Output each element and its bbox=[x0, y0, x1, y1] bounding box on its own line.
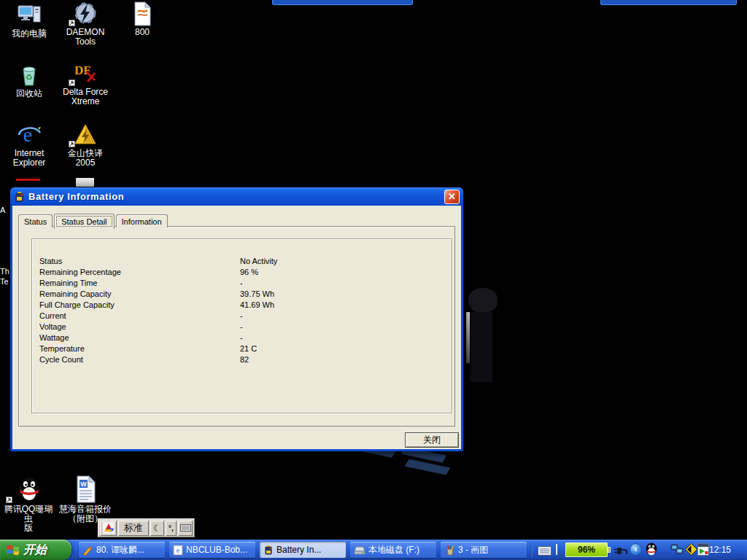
tray-separator bbox=[556, 544, 557, 555]
info-value: No Activity bbox=[240, 257, 446, 268]
info-label: Voltage bbox=[39, 322, 240, 333]
desktop-icon-qq[interactable]: 腾讯QQ珊瑚虫 版 bbox=[0, 475, 57, 533]
info-value: - bbox=[240, 333, 446, 344]
windows-logo-icon bbox=[6, 543, 20, 557]
shortcut-arrow-icon bbox=[69, 20, 75, 26]
recycle-bin-icon: ♻ bbox=[1, 63, 58, 88]
keyboard-icon bbox=[538, 546, 551, 556]
start-button[interactable]: 开始 bbox=[0, 540, 71, 560]
ac-plug-icon[interactable] bbox=[614, 545, 627, 559]
dialog-body: Status Status Detail Information StatusN… bbox=[12, 206, 461, 449]
desktop-icon-daemon-tools[interactable]: DAEMON Tools bbox=[57, 1, 114, 47]
tab-status[interactable]: Status bbox=[18, 214, 53, 228]
offscreen-window-edge[interactable] bbox=[600, 0, 737, 5]
taskbar-item-label: 3 - 画图 bbox=[458, 544, 488, 556]
info-value: 21 C bbox=[240, 344, 446, 355]
ime-mode-button[interactable]: 标准 bbox=[118, 521, 149, 536]
wallpaper-shape bbox=[471, 312, 492, 382]
network-tray-icon[interactable] bbox=[670, 544, 684, 558]
ime-fullwidth-button[interactable]: ☾ bbox=[150, 521, 164, 536]
internet-explorer-icon: e bbox=[1, 122, 58, 147]
desktop-icon-label: 金山快译 2005 bbox=[57, 149, 114, 168]
taskbar-item-music[interactable]: 80. 谭咏麟... bbox=[79, 542, 165, 558]
delta-force-icon: DF bbox=[57, 61, 114, 86]
keyboard-icon bbox=[180, 524, 191, 532]
info-label: Remaining Capacity bbox=[39, 289, 240, 300]
wallpaper-shape bbox=[466, 312, 470, 363]
info-label: Status bbox=[39, 257, 240, 268]
info-label: Remaining Percentage bbox=[39, 268, 240, 279]
info-row: Full Charge Capacity41.69 Wh bbox=[39, 300, 446, 311]
dialog-title: Battery Information bbox=[28, 191, 124, 202]
diamond-tool-tray-icon[interactable] bbox=[685, 543, 697, 559]
tab-panel: StatusNo Activity Remaining Percentage96… bbox=[18, 226, 455, 427]
clipped-icon-label: Th bbox=[0, 267, 9, 276]
ie-page-icon: e bbox=[173, 545, 183, 556]
ime-keyboard-button[interactable] bbox=[178, 521, 193, 536]
info-row: Current- bbox=[39, 311, 446, 322]
desktop: A Th Te 我的电脑 bbox=[0, 0, 747, 560]
shortcut-arrow-icon bbox=[6, 497, 12, 503]
status-detail-groupbox: StatusNo Activity Remaining Percentage96… bbox=[31, 238, 452, 413]
close-button[interactable]: ✕ bbox=[444, 190, 460, 204]
dialog-titlebar[interactable]: Battery Information ✕ bbox=[10, 187, 463, 206]
tab-status-detail[interactable]: Status Detail bbox=[54, 214, 114, 229]
info-value: - bbox=[240, 322, 446, 333]
shortcut-arrow-icon bbox=[69, 141, 75, 147]
tab-strip: Status Status Detail Information bbox=[18, 212, 169, 228]
info-row: Remaining Percentage96 % bbox=[39, 268, 446, 279]
info-label: Temperature bbox=[39, 344, 240, 355]
info-value: - bbox=[240, 311, 446, 322]
paint-icon bbox=[444, 545, 455, 556]
desktop-icon-my-computer[interactable]: 我的电脑 bbox=[1, 3, 58, 39]
info-row: Cycle Count82 bbox=[39, 355, 446, 366]
taskbar-item-label: NBCLUB-Bob... bbox=[186, 545, 247, 555]
desktop-icon-delta-force-xtreme[interactable]: DF Delta Force Xtreme bbox=[57, 61, 114, 106]
svg-text:W: W bbox=[80, 481, 87, 488]
battery-information-dialog: Battery Information ✕ Status Status Deta… bbox=[10, 187, 463, 451]
desktop-icon-800[interactable]: 800 bbox=[114, 1, 171, 37]
desktop-icon-word-doc[interactable]: W 慧海音箱报价 （附图） bbox=[57, 475, 114, 524]
ime-logo-button[interactable] bbox=[100, 521, 117, 536]
document-icon bbox=[114, 1, 171, 26]
taskbar-item-battery-info[interactable]: Battery In... bbox=[260, 542, 346, 558]
collapse-chevron-icon[interactable]: ‹ bbox=[630, 543, 642, 556]
info-label: Current bbox=[39, 311, 240, 322]
battery-indicator[interactable]: 96% bbox=[565, 542, 608, 557]
info-row: Wattage- bbox=[39, 333, 446, 344]
taskbar-item-ie[interactable]: e NBCLUB-Bob... bbox=[169, 542, 255, 558]
close-icon: ✕ bbox=[448, 191, 456, 202]
taskbar-item-local-disk-f[interactable]: 本地磁盘 (F:) bbox=[350, 542, 436, 558]
tray-keyboard-icon[interactable] bbox=[538, 545, 551, 559]
offscreen-window-edge[interactable] bbox=[272, 0, 413, 5]
desktop-icon-kingsoft-2005[interactable]: 金山快译 2005 bbox=[57, 122, 114, 168]
wallpaper-shape bbox=[405, 459, 451, 475]
av-tool-tray-icon[interactable] bbox=[697, 543, 709, 559]
desktop-icon-internet-explorer[interactable]: e Internet Explorer bbox=[1, 122, 58, 168]
clock[interactable]: 12:15 bbox=[709, 545, 731, 555]
word-document-icon: W bbox=[57, 475, 114, 503]
desktop-icon-label: 腾讯QQ珊瑚虫 版 bbox=[0, 505, 57, 533]
battery-icon bbox=[263, 545, 274, 556]
taskbar-item-paint[interactable]: 3 - 画图 bbox=[441, 542, 527, 558]
desktop-icon-label: DAEMON Tools bbox=[57, 28, 114, 47]
info-value: 82 bbox=[240, 355, 446, 366]
ime-logo-icon bbox=[103, 522, 115, 534]
desktop-icon-recycle-bin[interactable]: ♻ 回收站 bbox=[1, 63, 58, 98]
clipped-icon-label: A bbox=[0, 206, 5, 214]
close-dialog-button[interactable]: 关闭 bbox=[405, 432, 459, 448]
drive-icon bbox=[354, 545, 365, 555]
taskbar-item-label: 本地磁盘 (F:) bbox=[368, 544, 419, 556]
qq-tray-icon[interactable] bbox=[645, 542, 658, 560]
svg-text:♻: ♻ bbox=[26, 73, 33, 82]
info-row: StatusNo Activity bbox=[39, 257, 446, 268]
tab-information[interactable]: Information bbox=[116, 214, 168, 228]
battery-percent: 96% bbox=[578, 545, 595, 555]
battery-icon bbox=[14, 191, 26, 203]
kingsoft-fasttrans-icon bbox=[57, 122, 114, 147]
info-label: Wattage bbox=[39, 333, 240, 344]
svg-text:e: e bbox=[177, 546, 180, 554]
tray-divider bbox=[531, 541, 533, 559]
moon-icon: ☾ bbox=[153, 523, 162, 534]
ime-punctuation-button[interactable]: °, bbox=[166, 521, 177, 536]
